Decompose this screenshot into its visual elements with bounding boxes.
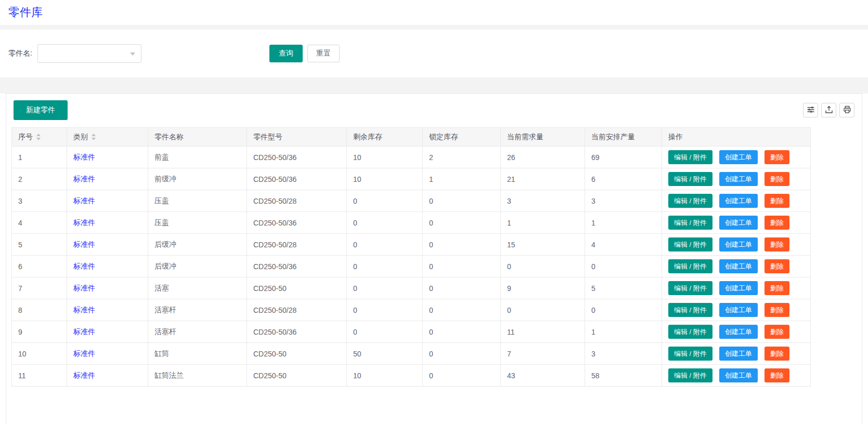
cell-scheduled-output: 0 — [585, 299, 662, 321]
edit-attachment-button[interactable]: 编辑 / 附件 — [668, 194, 712, 208]
edit-attachment-button[interactable]: 编辑 / 附件 — [668, 259, 712, 273]
category-link[interactable]: 标准件 — [73, 175, 95, 183]
edit-attachment-button[interactable]: 编辑 / 附件 — [668, 237, 712, 251]
cell-current-demand: 7 — [501, 343, 585, 365]
category-link[interactable]: 标准件 — [73, 327, 95, 336]
part-name-select[interactable] — [37, 44, 141, 63]
table-row: 10 标准件 缸筒 CD250-50 50 0 7 3 编辑 / 附件 创建工单… — [12, 343, 811, 365]
cell-remaining-stock: 0 — [347, 212, 423, 234]
category-link[interactable]: 标准件 — [73, 240, 95, 248]
table-body: 1 标准件 前盖 CD250-50/36 10 2 26 69 编辑 / 附件 … — [12, 147, 811, 387]
cell-part-name: 活塞杆 — [148, 299, 247, 321]
part-name-label: 零件名: — [8, 49, 32, 58]
edit-attachment-button[interactable]: 编辑 / 附件 — [668, 150, 712, 164]
cell-current-demand: 9 — [501, 277, 585, 299]
cell-remaining-stock: 0 — [347, 256, 423, 277]
category-link[interactable]: 标准件 — [73, 196, 95, 205]
sort-icon[interactable] — [36, 134, 41, 140]
cell-scheduled-output: 58 — [585, 365, 662, 387]
delete-button[interactable]: 删除 — [765, 303, 789, 317]
chevron-down-icon — [130, 52, 135, 56]
category-link[interactable]: 标准件 — [73, 284, 95, 292]
create-work-order-button[interactable]: 创建工单 — [719, 347, 758, 361]
cell-scheduled-output: 69 — [585, 147, 662, 168]
cell-locked-stock: 0 — [423, 234, 501, 256]
create-work-order-button[interactable]: 创建工单 — [719, 303, 758, 317]
col-header-part-model: 零件型号 — [247, 128, 347, 147]
create-work-order-button[interactable]: 创建工单 — [719, 281, 758, 295]
cell-remaining-stock: 0 — [347, 190, 423, 212]
create-work-order-button[interactable]: 创建工单 — [719, 325, 758, 339]
create-work-order-button[interactable]: 创建工单 — [719, 194, 758, 208]
category-link[interactable]: 标准件 — [73, 349, 95, 357]
category-link[interactable]: 标准件 — [73, 371, 95, 379]
delete-button[interactable]: 删除 — [765, 172, 789, 186]
cell-locked-stock: 0 — [423, 321, 501, 343]
cell-actions: 编辑 / 附件 创建工单 删除 — [662, 212, 811, 234]
create-work-order-button[interactable]: 创建工单 — [719, 237, 758, 251]
cell-category: 标准件 — [67, 277, 148, 299]
cell-remaining-stock: 0 — [347, 277, 423, 299]
col-header-current-demand: 当前需求量 — [501, 128, 585, 147]
delete-button[interactable]: 删除 — [765, 281, 789, 295]
cell-part-name: 缸筒法兰 — [148, 365, 247, 387]
print-button[interactable] — [839, 103, 854, 117]
delete-button[interactable]: 删除 — [765, 325, 789, 339]
col-header-remaining-stock: 剩余库存 — [347, 128, 423, 147]
delete-button[interactable]: 删除 — [765, 259, 789, 273]
table-row: 8 标准件 活塞杆 CD250-50/28 0 0 0 0 编辑 / 附件 创建… — [12, 299, 811, 321]
cell-locked-stock: 0 — [423, 277, 501, 299]
create-work-order-button[interactable]: 创建工单 — [719, 216, 758, 230]
cell-part-name: 压盖 — [148, 212, 247, 234]
delete-button[interactable]: 删除 — [765, 368, 789, 382]
edit-attachment-button[interactable]: 编辑 / 附件 — [668, 368, 712, 382]
cell-category: 标准件 — [67, 365, 148, 387]
delete-button[interactable]: 删除 — [765, 237, 789, 251]
edit-attachment-button[interactable]: 编辑 / 附件 — [668, 216, 712, 230]
category-link[interactable]: 标准件 — [73, 218, 95, 227]
edit-attachment-button[interactable]: 编辑 / 附件 — [668, 347, 712, 361]
category-link[interactable]: 标准件 — [73, 306, 95, 314]
col-header-part-name: 零件名称 — [148, 128, 247, 147]
category-link[interactable]: 标准件 — [73, 262, 95, 270]
cell-index: 9 — [12, 321, 67, 343]
delete-button[interactable]: 删除 — [765, 194, 789, 208]
cell-scheduled-output: 6 — [585, 168, 662, 190]
query-button[interactable]: 查询 — [269, 45, 303, 62]
cell-actions: 编辑 / 附件 创建工单 删除 — [662, 234, 811, 256]
cell-category: 标准件 — [67, 168, 148, 190]
column-filter-button[interactable] — [803, 103, 818, 117]
cell-current-demand: 21 — [501, 168, 585, 190]
delete-button[interactable]: 删除 — [765, 150, 789, 164]
cell-scheduled-output: 0 — [585, 256, 662, 277]
edit-attachment-button[interactable]: 编辑 / 附件 — [668, 281, 712, 295]
cell-remaining-stock: 10 — [347, 365, 423, 387]
reset-button[interactable]: 重置 — [307, 45, 340, 62]
create-work-order-button[interactable]: 创建工单 — [719, 172, 758, 186]
new-part-button[interactable]: 新建零件 — [14, 100, 68, 120]
cell-locked-stock: 0 — [423, 190, 501, 212]
col-header-label: 序号 — [18, 132, 33, 142]
section-gap — [0, 77, 868, 94]
cell-index: 6 — [12, 256, 67, 277]
cell-category: 标准件 — [67, 212, 148, 234]
cell-category: 标准件 — [67, 321, 148, 343]
create-work-order-button[interactable]: 创建工单 — [719, 150, 758, 164]
export-button[interactable] — [821, 103, 836, 117]
sort-icon[interactable] — [92, 134, 96, 140]
create-work-order-button[interactable]: 创建工单 — [719, 368, 758, 382]
create-work-order-button[interactable]: 创建工单 — [719, 259, 758, 273]
cell-locked-stock: 0 — [423, 256, 501, 277]
category-link[interactable]: 标准件 — [73, 153, 95, 161]
cell-locked-stock: 2 — [423, 147, 501, 168]
edit-attachment-button[interactable]: 编辑 / 附件 — [668, 172, 712, 186]
col-header-actions: 操作 — [662, 128, 811, 147]
cell-remaining-stock: 0 — [347, 299, 423, 321]
delete-button[interactable]: 删除 — [765, 216, 789, 230]
cell-category: 标准件 — [67, 299, 148, 321]
cell-locked-stock: 0 — [423, 212, 501, 234]
cell-scheduled-output: 3 — [585, 190, 662, 212]
edit-attachment-button[interactable]: 编辑 / 附件 — [668, 303, 712, 317]
delete-button[interactable]: 删除 — [765, 347, 789, 361]
edit-attachment-button[interactable]: 编辑 / 附件 — [668, 325, 712, 339]
